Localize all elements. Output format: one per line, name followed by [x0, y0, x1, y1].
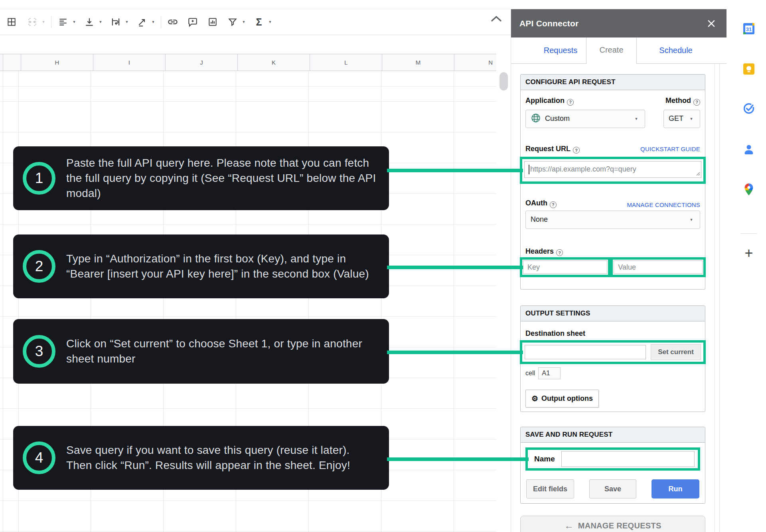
- application-value: Custom: [545, 114, 570, 123]
- functions-dropdown-icon[interactable]: [267, 14, 274, 30]
- request-name-input[interactable]: [561, 451, 695, 467]
- column-header-n[interactable]: N: [454, 54, 496, 71]
- method-select[interactable]: GET: [663, 110, 700, 128]
- connector-line-3: [387, 351, 523, 354]
- text-wrap-dropdown-icon[interactable]: [123, 14, 130, 30]
- chevron-down-icon: [688, 212, 695, 228]
- section-heading: OUTPUT SETTINGS: [521, 306, 705, 321]
- vertical-align-icon[interactable]: [82, 14, 97, 30]
- chevron-down-icon: [688, 111, 695, 127]
- output-options-button[interactable]: Output options: [525, 390, 599, 408]
- name-label: Name: [528, 455, 561, 463]
- help-icon[interactable]: [567, 99, 574, 106]
- horizontal-align-dropdown-icon[interactable]: [71, 14, 78, 30]
- callout-text: Save query if you want to save this quer…: [66, 443, 377, 473]
- google-sheets-with-api-connector: Σ H I J K L M N 1 Paste the full API que…: [0, 0, 766, 532]
- api-connector-sidebar: API Connector Requests Create Schedule C…: [511, 9, 732, 532]
- save-button[interactable]: Save: [589, 479, 636, 499]
- application-label: Application: [525, 97, 574, 106]
- column-header-k[interactable]: K: [238, 54, 310, 71]
- manage-requests-button[interactable]: MANAGE REQUESTS: [520, 516, 705, 532]
- header-value-input[interactable]: [614, 260, 703, 274]
- text-wrap-icon[interactable]: [108, 14, 123, 30]
- insert-comment-icon[interactable]: [185, 14, 200, 30]
- step-number-badge: 2: [23, 250, 55, 283]
- google-side-rail: 31: [732, 0, 766, 532]
- application-select[interactable]: Custom: [525, 110, 645, 128]
- vertical-align-dropdown-icon[interactable]: [97, 14, 104, 30]
- text-cursor: [529, 165, 529, 174]
- filter-dropdown-icon[interactable]: [240, 14, 247, 30]
- resize-handle-icon[interactable]: [695, 170, 700, 177]
- column-header-m[interactable]: M: [382, 54, 454, 71]
- column-header-i[interactable]: I: [93, 54, 166, 71]
- help-icon[interactable]: [556, 249, 563, 256]
- set-current-button[interactable]: Set current: [651, 344, 701, 360]
- headers-highlight: [520, 257, 706, 277]
- section-heading: CONFIGURE API REQUEST: [521, 75, 705, 90]
- quickstart-guide-link[interactable]: QUICKSTART GUIDE: [640, 146, 700, 152]
- sidebar-title: API Connector: [519, 19, 578, 28]
- horizontal-align-icon[interactable]: [55, 14, 71, 30]
- google-maps-icon[interactable]: [741, 182, 756, 197]
- column-headers: H I J K L M N: [0, 54, 496, 71]
- section-heading: SAVE AND RUN REQUEST: [521, 427, 705, 443]
- run-button[interactable]: Run: [651, 479, 699, 499]
- oauth-select[interactable]: None: [525, 211, 700, 229]
- column-header-h[interactable]: H: [21, 54, 93, 71]
- plus-icon[interactable]: [741, 245, 756, 262]
- cell-input[interactable]: [538, 367, 561, 379]
- connector-line-1: [387, 169, 523, 172]
- connector-line-2: [387, 266, 523, 269]
- merge-cells-icon[interactable]: [25, 14, 40, 30]
- name-highlight: Name: [525, 447, 700, 471]
- functions-icon[interactable]: Σ: [251, 14, 267, 30]
- sheets-toolbar: Σ: [0, 0, 511, 35]
- request-url-input[interactable]: [524, 161, 701, 178]
- help-icon[interactable]: [573, 147, 580, 154]
- destination-sheet-input[interactable]: [525, 345, 646, 359]
- text-rotation-dropdown-icon[interactable]: [150, 14, 157, 30]
- help-icon[interactable]: [550, 201, 557, 208]
- help-icon[interactable]: [693, 99, 700, 106]
- insert-chart-icon[interactable]: [205, 14, 220, 30]
- gridline: [3, 71, 3, 532]
- tutorial-callout-4: 4 Save query if you want to save this qu…: [13, 426, 389, 490]
- google-tasks-icon[interactable]: [741, 101, 756, 116]
- google-calendar-icon[interactable]: 31: [741, 21, 756, 36]
- close-icon[interactable]: [707, 19, 716, 28]
- step-number-badge: 3: [23, 335, 55, 368]
- method-label: Method: [665, 97, 700, 106]
- filter-icon[interactable]: [225, 14, 240, 30]
- oauth-value: None: [531, 215, 548, 224]
- edit-fields-button[interactable]: Edit fields: [526, 479, 574, 499]
- row-header-stub: [3, 54, 21, 71]
- sidebar-scrollbar-track[interactable]: [715, 64, 720, 532]
- tab-create[interactable]: Create: [586, 36, 637, 64]
- manage-connections-link[interactable]: MANAGE CONNECTIONS: [627, 201, 700, 208]
- tutorial-callout-2: 2 Type in “Authorization” in the first b…: [13, 234, 389, 298]
- callout-text: Type in “Authorization” in the first box…: [66, 251, 377, 282]
- divider: [161, 16, 161, 28]
- tutorial-callout-1: 1 Paste the full API query here. Please …: [13, 146, 389, 210]
- column-header-l[interactable]: L: [310, 54, 382, 71]
- borders-icon[interactable]: [4, 14, 19, 30]
- callout-text: Click on “Set current” to choose Sheet 1…: [66, 336, 377, 366]
- tab-schedule[interactable]: Schedule: [644, 37, 708, 63]
- column-header-j[interactable]: J: [166, 54, 238, 71]
- merge-cells-dropdown-icon[interactable]: [40, 14, 47, 30]
- google-contacts-icon[interactable]: [741, 142, 756, 157]
- google-keep-icon[interactable]: [741, 61, 756, 77]
- request-url-highlight: [520, 157, 706, 184]
- header-key-input[interactable]: [523, 260, 607, 274]
- save-and-run-section: SAVE AND RUN REQUEST Name Edit fields Sa…: [520, 427, 705, 504]
- svg-text:31: 31: [746, 26, 752, 32]
- tab-requests[interactable]: Requests: [535, 37, 586, 63]
- hide-menus-icon[interactable]: [488, 12, 505, 26]
- vertical-scrollbar[interactable]: [499, 72, 508, 91]
- step-number-badge: 1: [23, 162, 55, 195]
- text-rotation-icon[interactable]: [134, 14, 150, 30]
- divider: [51, 16, 51, 28]
- connector-line-4: [387, 457, 529, 461]
- insert-link-icon[interactable]: [165, 14, 180, 30]
